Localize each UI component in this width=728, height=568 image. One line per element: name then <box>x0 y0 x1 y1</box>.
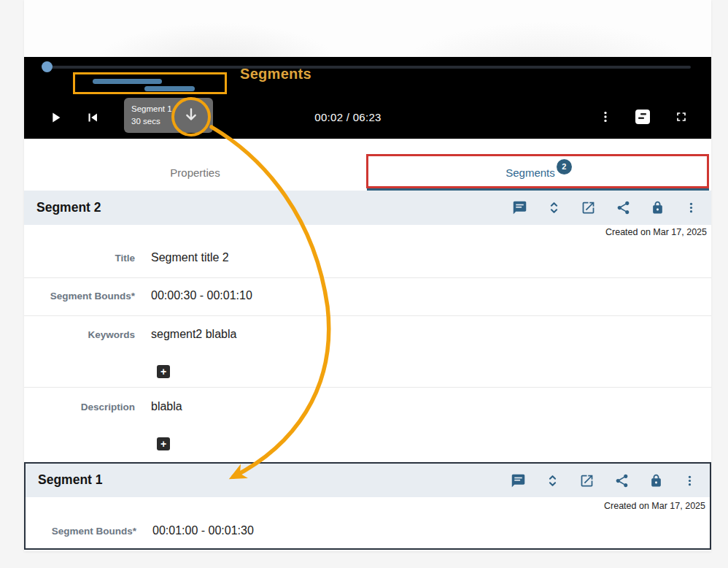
divider <box>24 315 711 316</box>
add-description-button[interactable]: + <box>157 437 170 450</box>
player-more-button[interactable] <box>598 109 613 125</box>
segment-1-header: Segment 1 <box>26 464 710 497</box>
share-button[interactable] <box>614 473 630 488</box>
segment-tooltip: Segment 1 30 secs <box>124 98 213 133</box>
kebab-menu-icon <box>684 200 698 215</box>
fullscreen-button[interactable] <box>674 110 689 124</box>
divider <box>24 387 711 388</box>
field-value: blabla <box>151 400 182 413</box>
created-date: Created on Mar 17, 2025 <box>604 501 705 511</box>
fullscreen-icon <box>674 110 689 124</box>
tooltip-segment-duration: 30 secs <box>131 115 172 128</box>
page: Segments Segment 1 30 secs 00:02 <box>0 0 728 568</box>
unfold-more-icon <box>547 200 561 215</box>
segment-display-toggle-button[interactable] <box>634 108 651 126</box>
segment-display-icon <box>634 108 651 126</box>
open-in-new-icon <box>581 200 596 215</box>
tab-properties[interactable]: Properties <box>24 166 366 179</box>
waveform-bar <box>144 86 195 91</box>
lock-button[interactable] <box>651 200 665 215</box>
share-icon <box>614 473 630 488</box>
lock-icon <box>651 200 665 215</box>
field-value: segment2 blabla <box>151 328 236 341</box>
kebab-menu-icon <box>598 109 613 125</box>
waveform-bar <box>93 79 162 84</box>
reorder-button[interactable] <box>546 473 559 488</box>
play-button[interactable] <box>47 110 63 126</box>
open-in-new-icon <box>579 473 595 488</box>
segment-actions <box>512 191 698 225</box>
created-date: Created on Mar 17, 2025 <box>605 227 707 237</box>
open-in-new-button[interactable] <box>579 473 595 488</box>
more-button[interactable] <box>683 473 697 488</box>
segment-title: Segment 2 <box>36 200 101 215</box>
reorder-button[interactable] <box>547 200 561 215</box>
share-button[interactable] <box>616 200 631 215</box>
divider <box>24 277 711 278</box>
down-arrow-icon <box>182 106 201 125</box>
seek-slider-thumb[interactable] <box>42 61 53 72</box>
field-value: Segment title 2 <box>151 251 229 264</box>
field-value: 00:01:00 - 00:01:30 <box>152 524 254 537</box>
comment-button[interactable] <box>511 473 526 488</box>
tab-bar: Properties Segments2 <box>24 139 711 191</box>
more-button[interactable] <box>684 200 698 215</box>
field-label: Title <box>24 253 135 264</box>
seek-slider[interactable] <box>46 66 691 69</box>
comment-icon <box>512 200 527 215</box>
player-bar: Segments Segment 1 30 secs 00:02 <box>24 57 711 139</box>
segment-card-1: Segment 1 <box>24 462 711 550</box>
unfold-more-icon <box>546 473 559 488</box>
field-label: Keywords <box>24 329 135 340</box>
time-display: 00:02 / 06:23 <box>290 111 406 123</box>
skip-previous-button[interactable] <box>85 110 101 126</box>
content-panel: Segments Segment 1 30 secs 00:02 <box>24 0 711 551</box>
lock-button[interactable] <box>649 473 663 488</box>
segment-2-header: Segment 2 <box>24 191 711 225</box>
field-label: Segment Bounds* <box>26 526 136 537</box>
tooltip-segment-name: Segment 1 <box>131 103 172 115</box>
skip-previous-icon <box>85 110 101 126</box>
segment-actions <box>511 464 697 497</box>
comment-button[interactable] <box>512 200 527 215</box>
lock-icon <box>649 473 663 488</box>
kebab-menu-icon <box>683 473 697 488</box>
player-segments-title: Segments <box>240 66 311 82</box>
field-label: Segment Bounds* <box>24 291 135 302</box>
segments-count-badge: 2 <box>557 159 572 174</box>
share-icon <box>616 200 631 215</box>
add-keyword-button[interactable]: + <box>157 365 170 378</box>
comment-icon <box>511 473 526 488</box>
tab-segments-label: Segments <box>506 166 555 179</box>
segment-tooltip-text: Segment 1 30 secs <box>131 103 172 128</box>
segment-title: Segment 1 <box>38 472 103 488</box>
field-label: Description <box>24 402 135 412</box>
jump-to-segment-button[interactable] <box>177 102 206 128</box>
tab-segments[interactable]: Segments2 <box>368 166 709 182</box>
video-preview-area <box>24 0 711 57</box>
segment-waveform-highlight-box <box>73 72 227 94</box>
field-value: 00:00:30 - 00:01:10 <box>151 289 252 302</box>
play-icon <box>47 110 63 126</box>
open-in-new-button[interactable] <box>581 200 596 215</box>
